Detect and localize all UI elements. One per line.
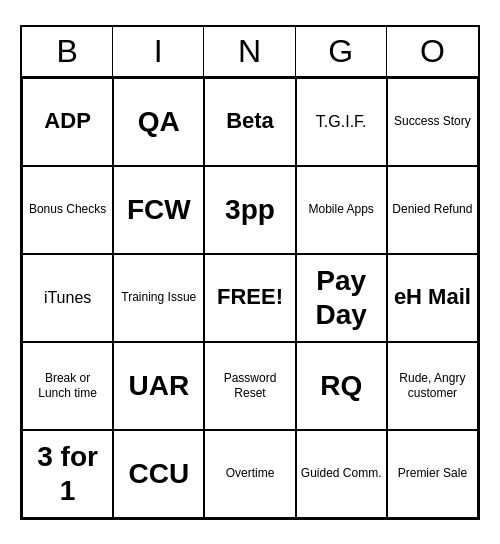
bingo-cell: Rude, Angry customer bbox=[387, 342, 478, 430]
bingo-cell: CCU bbox=[113, 430, 204, 518]
bingo-cell: ADP bbox=[22, 78, 113, 166]
bingo-cell: FREE! bbox=[204, 254, 295, 342]
header-letter: G bbox=[296, 27, 387, 76]
bingo-cell: Overtime bbox=[204, 430, 295, 518]
bingo-cell: RQ bbox=[296, 342, 387, 430]
bingo-card: BINGO ADPQABetaT.G.I.F.Success StoryBonu… bbox=[20, 25, 480, 520]
bingo-cell: 3 for 1 bbox=[22, 430, 113, 518]
bingo-cell: FCW bbox=[113, 166, 204, 254]
header-letter: I bbox=[113, 27, 204, 76]
bingo-cell: Guided Comm. bbox=[296, 430, 387, 518]
bingo-cell: eH Mail bbox=[387, 254, 478, 342]
bingo-cell: QA bbox=[113, 78, 204, 166]
bingo-cell: Beta bbox=[204, 78, 295, 166]
bingo-cell: Bonus Checks bbox=[22, 166, 113, 254]
bingo-cell: Mobile Apps bbox=[296, 166, 387, 254]
bingo-grid: ADPQABetaT.G.I.F.Success StoryBonus Chec… bbox=[22, 78, 478, 518]
bingo-cell: UAR bbox=[113, 342, 204, 430]
bingo-cell: Pay Day bbox=[296, 254, 387, 342]
bingo-cell: T.G.I.F. bbox=[296, 78, 387, 166]
bingo-cell: Premier Sale bbox=[387, 430, 478, 518]
bingo-cell: Break or Lunch time bbox=[22, 342, 113, 430]
header-letter: N bbox=[204, 27, 295, 76]
bingo-cell: Success Story bbox=[387, 78, 478, 166]
bingo-header: BINGO bbox=[22, 27, 478, 78]
header-letter: B bbox=[22, 27, 113, 76]
bingo-cell: 3pp bbox=[204, 166, 295, 254]
header-letter: O bbox=[387, 27, 478, 76]
bingo-cell: Denied Refund bbox=[387, 166, 478, 254]
bingo-cell: Password Reset bbox=[204, 342, 295, 430]
bingo-cell: Training Issue bbox=[113, 254, 204, 342]
bingo-cell: iTunes bbox=[22, 254, 113, 342]
